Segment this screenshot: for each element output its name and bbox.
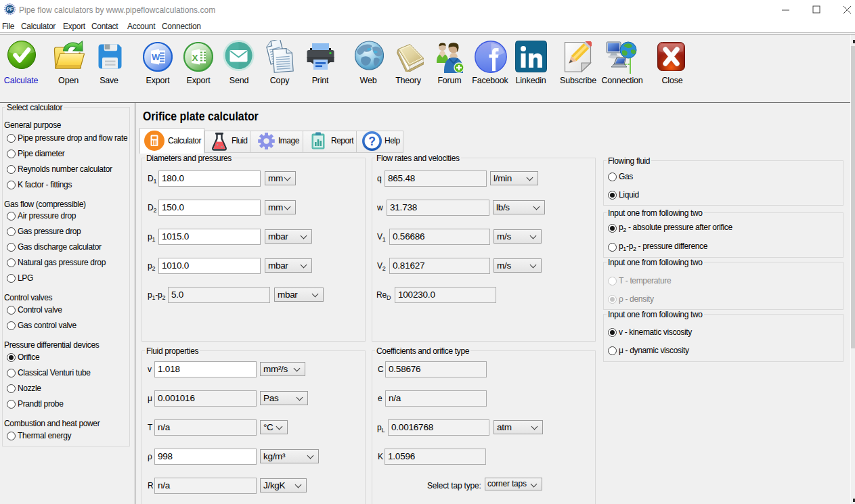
svg-text:X: X <box>192 53 198 63</box>
svg-text:W: W <box>152 52 160 62</box>
svg-text:PF: PF <box>7 6 14 12</box>
svg-text:?: ? <box>368 135 376 148</box>
